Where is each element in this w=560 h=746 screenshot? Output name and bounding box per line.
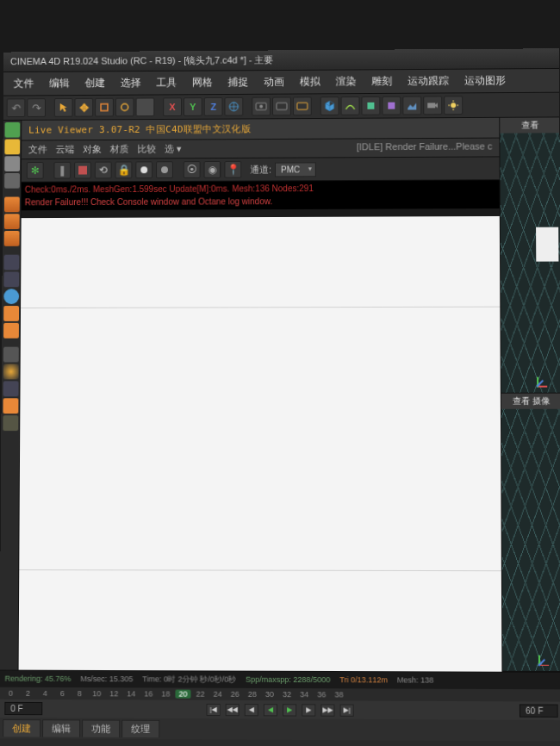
add-light-button[interactable] [444, 96, 463, 115]
undo-button[interactable]: ↶ [7, 98, 26, 117]
quantize-toggle[interactable] [3, 323, 19, 339]
add-environment-button[interactable] [402, 96, 421, 115]
end-frame-field[interactable]: 60 F [520, 704, 558, 717]
timeline-tick[interactable]: 8 [72, 689, 87, 698]
lv-clay-button[interactable] [135, 161, 152, 178]
y-axis-lock[interactable]: Y [184, 97, 202, 116]
viewport-solo[interactable] [3, 289, 19, 304]
goto-start-button[interactable]: |◀ [207, 703, 221, 715]
texture-mode[interactable] [4, 156, 20, 171]
lv-pause-button[interactable]: ‖ [53, 162, 71, 179]
menu-捕捉[interactable]: 捕捉 [221, 72, 256, 92]
render-viewport[interactable]: Check:0ms./2ms. MeshGen:1.599sec Update[… [19, 180, 502, 672]
goto-end-button[interactable]: ▶| [340, 704, 354, 716]
menu-工具[interactable]: 工具 [149, 73, 184, 93]
misc-tool-c[interactable] [3, 415, 18, 431]
play-button[interactable]: ▶ [283, 704, 296, 716]
move-tool[interactable]: ✥ [74, 98, 93, 117]
start-frame-field[interactable]: 0 F [4, 702, 42, 715]
bottom-tab[interactable]: 功能 [82, 719, 120, 737]
render-view-button[interactable] [252, 97, 271, 116]
timeline-tick[interactable]: 38 [331, 690, 346, 699]
menu-动画[interactable]: 动画 [257, 72, 291, 92]
misc-tool-b[interactable] [3, 398, 18, 413]
misc-tool-a[interactable] [3, 381, 19, 396]
timeline-tick[interactable]: 0 [3, 689, 18, 698]
timeline-tick[interactable]: 34 [296, 690, 312, 699]
menu-文件[interactable]: 文件 [7, 74, 40, 94]
lv-camera-button[interactable]: ⦿ [184, 161, 201, 178]
recent-tool[interactable] [136, 97, 155, 116]
menu-编辑[interactable]: 编辑 [42, 74, 77, 94]
add-spline-button[interactable] [341, 96, 360, 115]
prev-key-button[interactable]: ◀◀ [226, 703, 240, 715]
redo-button[interactable]: ↷ [27, 98, 46, 117]
channel-select[interactable]: PMC [275, 162, 316, 177]
timeline-tick[interactable]: 32 [279, 690, 295, 699]
add-generator-button[interactable] [361, 96, 380, 115]
rotate-tool[interactable] [115, 98, 134, 117]
timeline-tick[interactable]: 10 [89, 689, 104, 698]
timeline-tick[interactable]: 18 [158, 689, 173, 698]
tweak-mode[interactable] [4, 255, 20, 270]
lv-restart-button[interactable]: ⟲ [95, 162, 112, 179]
edge-mode[interactable] [4, 214, 20, 229]
timeline-tick[interactable]: 14 [123, 689, 139, 698]
lv-menu-item[interactable]: 云端 [56, 143, 75, 156]
point-mode[interactable] [4, 197, 20, 213]
timeline-tick[interactable]: 2 [20, 689, 35, 698]
next-key-button[interactable]: ▶▶ [320, 704, 334, 716]
lv-pick-button[interactable]: ◉ [204, 161, 221, 178]
lv-menu-item[interactable]: 选 ▾ [165, 142, 182, 155]
lv-menu-item[interactable]: 材质 [110, 143, 129, 156]
timeline-tick[interactable]: 22 [192, 690, 208, 699]
render-settings-button[interactable] [293, 96, 312, 115]
menu-运动跟踪[interactable]: 运动跟踪 [401, 71, 456, 91]
timeline-tick[interactable]: 6 [54, 689, 70, 698]
timeline-tick[interactable]: 28 [245, 690, 260, 699]
menu-网格[interactable]: 网格 [185, 72, 220, 92]
next-frame-button[interactable]: ▶ [302, 704, 315, 716]
snap-toggle[interactable] [3, 306, 19, 321]
timeline-tick[interactable]: 12 [106, 689, 121, 698]
menu-运动图形[interactable]: 运动图形 [457, 71, 513, 90]
lv-stop-button[interactable] [74, 162, 91, 179]
select-tool[interactable] [54, 98, 73, 117]
soft-select[interactable] [3, 364, 19, 379]
timeline-tick[interactable]: 4 [37, 689, 53, 698]
lv-menu-item[interactable]: 对象 [83, 143, 102, 156]
axis-mode[interactable] [3, 271, 19, 287]
viewport-top-right[interactable]: 查看 透视视图 [500, 117, 560, 393]
play-back-button[interactable]: ◀ [264, 704, 277, 716]
menu-选择[interactable]: 选择 [114, 73, 148, 93]
lv-lock-button[interactable]: 🔒 [115, 161, 133, 178]
bottom-tab[interactable]: 创建 [3, 719, 40, 737]
viewport-bottom-right[interactable]: 查看 摄像 透视视图 [501, 393, 560, 672]
model-mode[interactable] [4, 122, 20, 138]
lv-record-button[interactable] [156, 161, 173, 178]
bottom-tab[interactable]: 纹理 [121, 720, 159, 737]
menu-渲染[interactable]: 渲染 [329, 71, 364, 91]
lv-menu-item[interactable]: 文件 [28, 143, 47, 156]
menu-雕刻[interactable]: 雕刻 [364, 71, 399, 91]
locked-mode[interactable] [3, 347, 19, 363]
timeline-tick[interactable]: 36 [314, 690, 329, 699]
workplane-mode[interactable] [4, 173, 20, 189]
x-axis-lock[interactable]: X [163, 97, 182, 116]
add-cube-button[interactable] [320, 96, 339, 115]
menu-创建[interactable]: 创建 [78, 73, 113, 93]
object-mode[interactable] [4, 140, 20, 155]
lv-pin-button[interactable]: 📍 [224, 161, 241, 178]
polygon-mode[interactable] [4, 231, 20, 246]
timeline-tick[interactable]: 26 [227, 690, 243, 699]
lv-refresh-button[interactable]: ✻ [27, 162, 44, 179]
lv-menu-item[interactable]: 比较 [137, 143, 156, 156]
bottom-tab[interactable]: 编辑 [42, 719, 80, 737]
prev-frame-button[interactable]: ◀ [245, 704, 258, 716]
timeline-tick[interactable]: 20 [175, 690, 190, 699]
scale-tool[interactable] [95, 98, 114, 117]
add-camera-button[interactable] [423, 96, 442, 115]
timeline-tick[interactable]: 30 [262, 690, 277, 699]
timeline-tick[interactable]: 16 [140, 689, 156, 698]
z-axis-lock[interactable]: Z [204, 97, 223, 116]
